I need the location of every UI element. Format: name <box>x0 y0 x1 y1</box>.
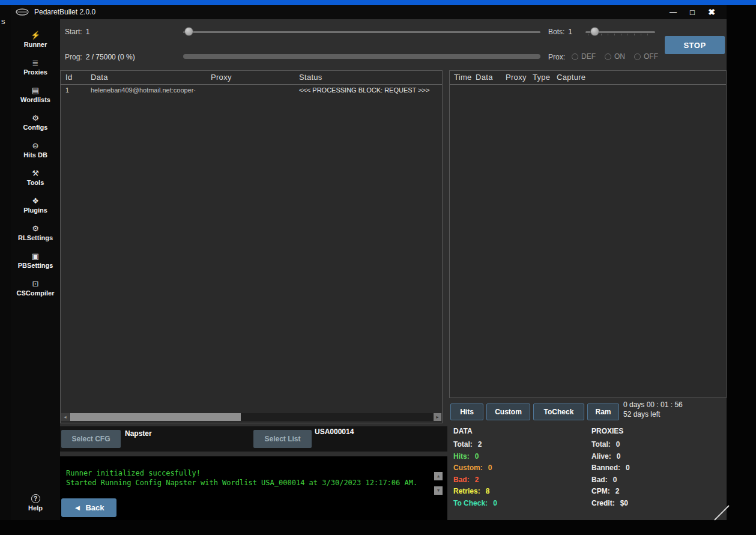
stat-value: 0 <box>626 464 630 472</box>
stat-proxy-banned: Banned: 0 <box>591 464 630 472</box>
select-cfg-button[interactable]: Select CFG <box>61 430 121 448</box>
select-list-button[interactable]: Select List <box>253 430 312 448</box>
window-controls: — □ ✖ <box>668 7 727 17</box>
start-field: Start: 1 <box>65 28 89 36</box>
proxy-mode-radios: DEF ON OFF <box>572 52 658 61</box>
close-button[interactable]: ✖ <box>706 7 717 17</box>
back-button-label: Back <box>85 503 104 512</box>
help-icon: ? <box>31 494 40 503</box>
runner-table: Id Data Proxy Status 1 helenebari409@hot… <box>60 70 443 423</box>
log-scroll-down-icon[interactable]: ▼ <box>434 486 443 495</box>
progress-bar <box>183 54 540 59</box>
proxies-icon: ≣ <box>32 58 39 67</box>
sidebar-item-wordlists[interactable]: ▤ Wordlists <box>11 80 60 108</box>
config-bar: Select CFG Napster Select List USA000014 <box>60 426 447 452</box>
scroll-right-icon[interactable]: ► <box>434 413 441 421</box>
scrollbar-thumb[interactable] <box>70 413 241 421</box>
radio-circle-icon <box>634 53 641 60</box>
sidebar-item-tools[interactable]: ⚒ Tools <box>11 163 60 191</box>
sidebar-item-proxies[interactable]: ≣ Proxies <box>11 53 60 80</box>
log-line: Started Running Config Napster with Word… <box>66 478 433 488</box>
radio-def[interactable]: DEF <box>572 52 596 61</box>
stat-label: Banned: <box>591 464 620 472</box>
resize-grip[interactable] <box>713 504 730 521</box>
bots-slider-thumb[interactable] <box>590 27 599 36</box>
hitsdb-icon: ⊜ <box>32 141 39 150</box>
sidebar-item-pbsettings[interactable]: ▣ PBSettings <box>11 246 60 274</box>
stats-proxies-title: PROXIES <box>591 427 630 435</box>
bots-slider[interactable] <box>585 27 655 36</box>
desktop: s PedaretBullet 2.0.0 — □ ✖ ⚡ Runner <box>0 0 756 535</box>
sidebar-item-label: Proxies <box>23 68 47 76</box>
start-slider[interactable] <box>183 27 540 36</box>
tab-ram[interactable]: Ram <box>587 404 619 420</box>
sidebar-item-label: Help <box>28 504 43 512</box>
results-table-header: Time Data Proxy Type Capture <box>450 71 726 85</box>
sidebar-item-help[interactable]: ? Help <box>11 489 60 516</box>
sidebar-item-label: Configs <box>23 124 48 131</box>
sidebar-item-label: RLSettings <box>18 234 53 241</box>
stat-proxy-alive: Alive: 0 <box>591 452 630 461</box>
runner-table-header: Id Data Proxy Status <box>61 71 442 85</box>
progress-field: Prog: 2 / 75000 (0 %) <box>65 53 135 61</box>
log-panel: Runner initialized succesfully! Started … <box>60 456 447 520</box>
column-data: Data <box>91 73 108 82</box>
stat-cpm: CPM: 2 <box>591 487 630 495</box>
stat-label: Custom: <box>453 464 483 472</box>
sidebar-item-cscompiler[interactable]: ⊡ CSCompiler <box>11 274 60 301</box>
stat-label: Retries: <box>453 487 480 495</box>
back-arrow-icon: ◄ <box>74 503 82 512</box>
sidebar-item-rlsettings[interactable]: ⚙ RLSettings <box>11 219 60 246</box>
stat-label: Total: <box>453 440 473 449</box>
back-button[interactable]: ◄ Back <box>61 498 116 517</box>
stop-button[interactable]: STOP <box>665 36 725 54</box>
maximize-button[interactable]: □ <box>687 8 698 17</box>
start-slider-thumb[interactable] <box>184 27 193 36</box>
radio-on[interactable]: ON <box>605 52 625 61</box>
stat-value: 0 <box>613 476 617 484</box>
stat-proxy-bad: Bad: 0 <box>591 476 630 484</box>
timer-remaining: 52 days left <box>623 410 683 419</box>
stat-value: 8 <box>486 487 490 495</box>
table-row[interactable]: 1 helenebari409@hotmail.net:cooper· <<< … <box>61 86 442 95</box>
timer-elapsed: 0 days 00 : 01 : 56 <box>623 400 683 410</box>
horizontal-scrollbar[interactable]: ◄ ► <box>61 413 441 421</box>
sidebar-item-label: Hits DB <box>23 151 47 159</box>
minimize-button[interactable]: — <box>668 8 679 16</box>
background-partial-text: s <box>1 17 5 26</box>
radio-label: ON <box>614 52 625 61</box>
row-data: helenebari409@hotmail.net:cooper· <box>91 86 196 94</box>
stat-label: Alive: <box>591 452 611 461</box>
column-capture: Capture <box>557 73 585 82</box>
column-status: Status <box>299 73 322 82</box>
sidebar-item-label: Tools <box>27 179 44 186</box>
column-data: Data <box>476 73 493 82</box>
sidebar-item-runner[interactable]: ⚡ Runner <box>11 25 60 53</box>
wordlist-name: USA000014 <box>315 428 354 436</box>
tab-hits[interactable]: Hits <box>450 404 483 420</box>
tab-custom[interactable]: Custom <box>486 404 530 420</box>
bots-label: Bots: <box>548 28 564 36</box>
radio-off[interactable]: OFF <box>634 52 658 61</box>
column-proxy: Proxy <box>506 73 527 82</box>
stats-proxies: PROXIES Total: 0 Alive: 0 Banned: 0 Bad:… <box>591 427 630 510</box>
stat-hits: Hits: 0 <box>453 452 497 461</box>
tools-icon: ⚒ <box>32 169 39 178</box>
stat-value: 2 <box>475 476 479 484</box>
background-window-sliver: s <box>0 5 11 520</box>
log-scroll-up-icon[interactable]: ▲ <box>434 472 443 480</box>
stat-value: 0 <box>488 464 492 472</box>
progress-label: Prog: <box>65 53 82 61</box>
sidebar-item-label: Plugins <box>23 207 47 214</box>
sidebar-item-hitsdb[interactable]: ⊜ Hits DB <box>11 136 60 163</box>
radio-label: OFF <box>644 52 658 61</box>
sidebar-item-configs[interactable]: ⚙ Configs <box>11 108 60 136</box>
bots-field: Bots: 1 <box>548 28 572 36</box>
scroll-left-icon[interactable]: ◄ <box>61 413 69 421</box>
stat-tocheck: To Check: 0 <box>453 499 497 507</box>
sidebar-item-label: Wordlists <box>20 96 50 103</box>
sidebar-item-plugins[interactable]: ❖ Plugins <box>11 191 60 219</box>
stat-label: CPM: <box>591 487 610 495</box>
tab-tocheck[interactable]: ToCheck <box>533 404 584 420</box>
stat-label: Bad: <box>453 476 470 484</box>
